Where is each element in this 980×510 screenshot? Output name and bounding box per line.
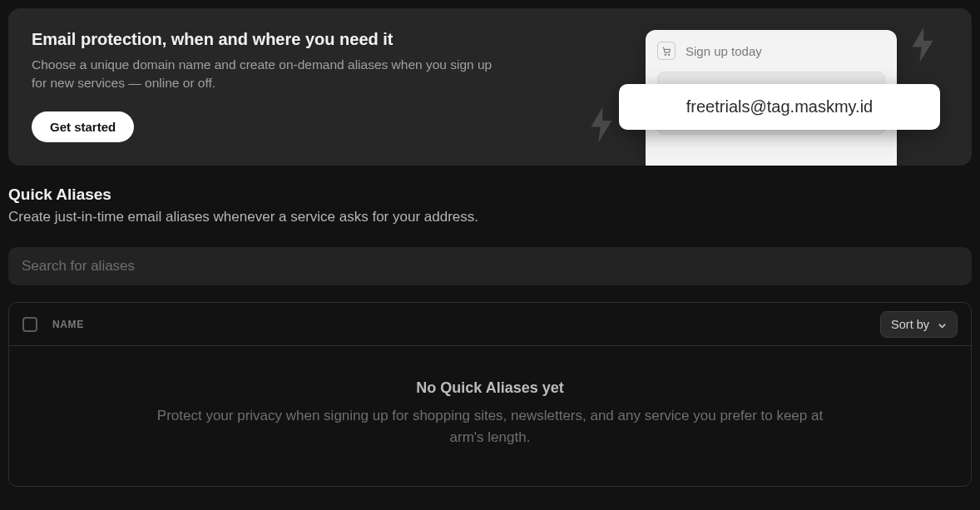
illustration-signup-label: Sign up today bbox=[686, 44, 762, 58]
empty-state-title: No Quick Aliases yet bbox=[59, 379, 921, 397]
lightning-icon bbox=[589, 106, 614, 151]
search-container[interactable] bbox=[8, 247, 972, 285]
svg-point-1 bbox=[668, 54, 670, 56]
section-subtitle: Create just-in-time email aliases whenev… bbox=[8, 209, 972, 225]
illustration-header: Sign up today bbox=[657, 42, 885, 60]
empty-state: No Quick Aliases yet Protect your privac… bbox=[9, 346, 971, 486]
svg-point-0 bbox=[665, 54, 666, 56]
chevron-down-icon bbox=[938, 319, 947, 329]
aliases-table: NAME Sort by No Quick Aliases yet Protec… bbox=[8, 302, 972, 487]
hero-card: Email protection, when and where you nee… bbox=[8, 8, 972, 166]
empty-state-subtitle: Protect your privacy when signing up for… bbox=[149, 405, 831, 448]
signup-illustration: Sign up today freetrials@tag.maskmy.id bbox=[646, 30, 897, 166]
get-started-label: Get started bbox=[50, 120, 116, 134]
hero-subtitle: Choose a unique domain name and create o… bbox=[32, 56, 497, 93]
table-header: NAME Sort by bbox=[9, 303, 971, 346]
generated-email-popover: freetrials@tag.maskmy.id bbox=[619, 84, 940, 130]
search-input[interactable] bbox=[22, 258, 958, 275]
select-all-checkbox[interactable] bbox=[22, 317, 37, 332]
sort-by-button[interactable]: Sort by bbox=[880, 311, 958, 338]
get-started-button[interactable]: Get started bbox=[32, 111, 134, 142]
generated-email-text: freetrials@tag.maskmy.id bbox=[686, 97, 873, 116]
section-title: Quick Aliases bbox=[8, 186, 972, 204]
cart-icon bbox=[657, 42, 676, 60]
sort-by-label: Sort by bbox=[891, 318, 929, 331]
column-header-name: NAME bbox=[52, 319, 84, 330]
